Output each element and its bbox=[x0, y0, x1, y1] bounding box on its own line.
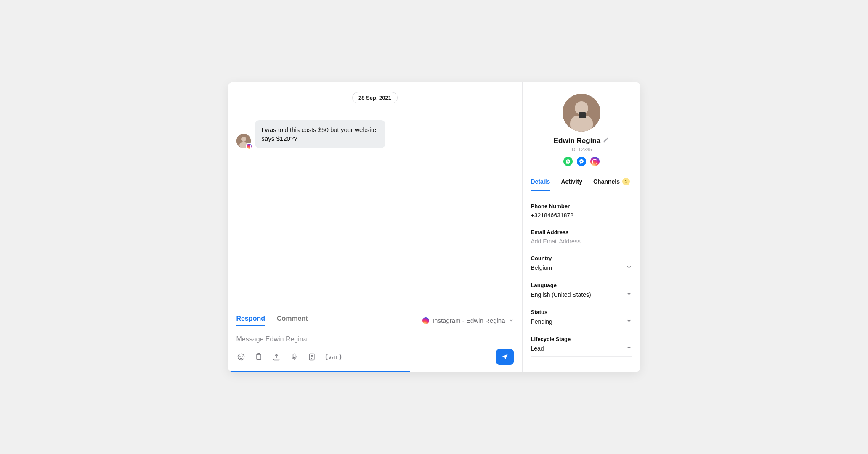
composer: Respond Comment Instagram - Edwin Regina bbox=[228, 309, 522, 371]
contact-channels bbox=[531, 157, 632, 166]
instagram-icon[interactable] bbox=[590, 157, 600, 166]
field-label: Status bbox=[531, 309, 632, 315]
field-label: Email Address bbox=[531, 229, 632, 235]
emoji-icon[interactable] bbox=[236, 352, 246, 362]
field-country: Country Belgium bbox=[531, 251, 632, 276]
tab-channels-label: Channels bbox=[593, 178, 620, 185]
tab-respond[interactable]: Respond bbox=[236, 315, 265, 326]
message-bubble: I was told this costs $50 but your websi… bbox=[255, 120, 385, 148]
composer-mode-tabs: Respond Comment bbox=[236, 315, 308, 326]
svg-rect-8 bbox=[293, 354, 295, 358]
field-value: Lead bbox=[531, 345, 544, 352]
field-label: Country bbox=[531, 255, 632, 261]
chevron-down-icon bbox=[626, 345, 632, 352]
contact-name-row: Edwin Regina bbox=[531, 137, 632, 145]
field-select[interactable]: Pending bbox=[531, 318, 632, 325]
chevron-down-icon bbox=[509, 317, 514, 324]
conversation-pane: 28 Sep, 2021 I was told this costs $50 b… bbox=[228, 82, 523, 372]
field-status: Status Pending bbox=[531, 305, 632, 330]
chevron-down-icon bbox=[626, 318, 632, 325]
edit-icon[interactable] bbox=[603, 137, 609, 145]
svg-point-5 bbox=[242, 356, 242, 357]
app-window: 28 Sep, 2021 I was told this costs $50 b… bbox=[228, 82, 640, 372]
field-lifecycle: Lifecycle Stage Lead bbox=[531, 332, 632, 357]
details-fields: Phone Number +321846631872 Email Address… bbox=[531, 199, 632, 357]
field-value: Belgium bbox=[531, 264, 552, 271]
chevron-down-icon bbox=[626, 264, 632, 272]
instagram-icon bbox=[246, 143, 252, 150]
field-placeholder[interactable]: Add Email Address bbox=[531, 238, 632, 245]
composer-header: Respond Comment Instagram - Edwin Regina bbox=[236, 315, 514, 326]
tab-comment[interactable]: Comment bbox=[277, 315, 308, 326]
field-label: Lifecycle Stage bbox=[531, 336, 632, 342]
field-value: English (United States) bbox=[531, 291, 591, 298]
messenger-icon[interactable] bbox=[577, 157, 586, 166]
message-input[interactable] bbox=[236, 334, 514, 349]
channel-selector[interactable]: Instagram - Edwin Regina bbox=[422, 317, 514, 324]
date-divider: 28 Sep, 2021 bbox=[352, 92, 398, 103]
toolbar-left: {var} bbox=[236, 352, 342, 362]
svg-point-4 bbox=[239, 356, 240, 357]
field-select[interactable]: Belgium bbox=[531, 264, 632, 272]
microphone-icon[interactable] bbox=[289, 352, 299, 362]
svg-point-3 bbox=[238, 354, 244, 360]
whatsapp-icon[interactable] bbox=[563, 157, 573, 166]
field-label: Language bbox=[531, 282, 632, 288]
svg-rect-16 bbox=[579, 112, 586, 118]
field-select[interactable]: Lead bbox=[531, 345, 632, 352]
field-value: Pending bbox=[531, 318, 552, 325]
channels-badge: 1 bbox=[622, 178, 630, 185]
clipboard-icon[interactable] bbox=[254, 352, 263, 362]
field-email: Email Address Add Email Address bbox=[531, 225, 632, 249]
instagram-icon bbox=[422, 317, 429, 324]
field-select[interactable]: English (United States) bbox=[531, 291, 632, 298]
tab-details[interactable]: Details bbox=[531, 178, 550, 191]
channel-selector-label: Instagram - Edwin Regina bbox=[433, 317, 505, 324]
field-label: Phone Number bbox=[531, 203, 632, 209]
variable-button[interactable]: {var} bbox=[325, 354, 342, 360]
inbound-message: I was told this costs $50 but your websi… bbox=[236, 120, 385, 148]
upload-icon[interactable] bbox=[272, 352, 281, 362]
field-phone: Phone Number +321846631872 bbox=[531, 199, 632, 223]
template-icon[interactable] bbox=[307, 352, 316, 362]
composer-toolbar: {var} bbox=[236, 349, 514, 371]
field-value[interactable]: +321846631872 bbox=[531, 212, 632, 219]
progress-bar bbox=[228, 371, 410, 372]
contact-name: Edwin Regina bbox=[554, 137, 600, 145]
contact-avatar bbox=[563, 94, 600, 132]
chevron-down-icon bbox=[626, 291, 632, 298]
contact-id: ID: 12345 bbox=[531, 147, 632, 153]
tab-activity[interactable]: Activity bbox=[561, 178, 582, 191]
field-language: Language English (United States) bbox=[531, 278, 632, 303]
panel-tabs: Details Activity Channels 1 bbox=[531, 178, 632, 191]
tab-channels[interactable]: Channels 1 bbox=[593, 178, 630, 191]
avatar bbox=[236, 134, 251, 148]
send-button[interactable] bbox=[496, 349, 514, 365]
svg-point-1 bbox=[241, 137, 246, 142]
contact-panel: Edwin Regina ID: 12345 Details Activity … bbox=[523, 82, 640, 372]
conversation-body: 28 Sep, 2021 I was told this costs $50 b… bbox=[228, 82, 522, 309]
